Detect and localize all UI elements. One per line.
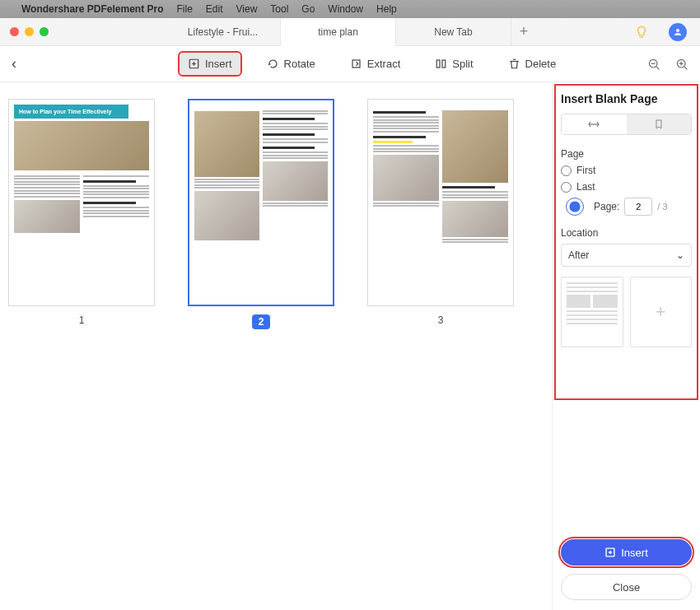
svg-rect-6 bbox=[437, 60, 441, 68]
radio-label: First bbox=[576, 165, 595, 176]
button-label: Insert bbox=[621, 547, 648, 559]
tips-icon[interactable] bbox=[634, 25, 649, 40]
page-position-radios: First Last Page: / 3 bbox=[561, 165, 692, 216]
user-avatar[interactable] bbox=[669, 23, 687, 41]
insert-button[interactable]: Insert bbox=[561, 539, 692, 566]
tab-label: Lifestyle - Frui... bbox=[188, 26, 258, 38]
svg-line-11 bbox=[656, 67, 659, 69]
menu-window[interactable]: Window bbox=[328, 3, 363, 15]
orientation-landscape[interactable] bbox=[562, 114, 627, 134]
thumb-photo bbox=[14, 121, 149, 170]
tool-label: Delete bbox=[525, 58, 557, 70]
thumb-wrap-2: 2 bbox=[188, 99, 334, 329]
page-number-2: 2 bbox=[252, 314, 271, 329]
document-tabs: Lifestyle - Frui... time plan New Tab + bbox=[166, 18, 536, 46]
zoom-in-icon[interactable] bbox=[675, 58, 688, 71]
bookmark-icon bbox=[654, 119, 664, 130]
tab-newtab[interactable]: New Tab bbox=[396, 18, 511, 46]
orientation-landscape-icon bbox=[587, 119, 600, 129]
menu-help[interactable]: Help bbox=[376, 3, 397, 15]
layout-template-add[interactable]: + bbox=[630, 277, 693, 347]
layout-templates: + bbox=[561, 277, 692, 347]
thumb-photo bbox=[442, 110, 508, 183]
plus-icon: + bbox=[656, 301, 666, 323]
page-total: / 3 bbox=[657, 202, 667, 212]
split-tool[interactable]: Split bbox=[427, 53, 481, 75]
page-thumb-3[interactable] bbox=[367, 99, 514, 306]
insert-tool[interactable]: Insert bbox=[180, 53, 240, 75]
chevron-down-icon: ⌄ bbox=[676, 249, 684, 261]
zoom-out-icon[interactable] bbox=[647, 58, 660, 71]
svg-rect-5 bbox=[352, 60, 360, 68]
close-window-icon[interactable] bbox=[10, 27, 19, 36]
button-label: Close bbox=[613, 581, 640, 594]
page-thumb-1[interactable]: How to Plan your Time Effectively bbox=[8, 99, 155, 306]
page-section-label: Page bbox=[561, 148, 692, 160]
tool-label: Rotate bbox=[284, 58, 315, 70]
tool-label: Split bbox=[452, 58, 473, 70]
radio-first[interactable]: First bbox=[561, 165, 692, 176]
menu-view[interactable]: View bbox=[236, 3, 258, 15]
rotate-tool[interactable]: Rotate bbox=[259, 53, 324, 75]
tab-label: time plan bbox=[318, 26, 358, 38]
menu-tool[interactable]: Tool bbox=[270, 3, 288, 15]
back-button[interactable]: ‹ bbox=[12, 55, 31, 72]
svg-rect-7 bbox=[442, 60, 446, 68]
panel-title: Insert Blank Page bbox=[561, 92, 692, 105]
tool-label: Insert bbox=[205, 58, 232, 70]
radio-label: Last bbox=[576, 181, 595, 193]
radio-last[interactable]: Last bbox=[561, 181, 692, 193]
mac-menubar: Wondershare PDFelement Pro File Edit Vie… bbox=[0, 0, 700, 18]
insert-blank-page-panel: Insert Blank Page Page First Last Page: … bbox=[552, 82, 700, 610]
tool-label: Extract bbox=[367, 58, 400, 70]
insert-icon bbox=[188, 58, 200, 70]
thumb-wrap-1: How to Plan your Time Effectively 1 bbox=[8, 99, 155, 326]
extract-tool[interactable]: Extract bbox=[342, 53, 408, 75]
tab-timeplan[interactable]: time plan bbox=[281, 18, 396, 46]
svg-point-1 bbox=[676, 29, 679, 32]
tool-group: Insert Rotate Extract Split Delete bbox=[180, 53, 564, 75]
banner-text: How to Plan your Time Effectively bbox=[14, 105, 128, 119]
page-number-input[interactable] bbox=[624, 198, 652, 216]
traffic-lights bbox=[0, 27, 58, 36]
minimize-window-icon[interactable] bbox=[25, 27, 34, 36]
tab-lifestyle[interactable]: Lifestyle - Frui... bbox=[166, 18, 281, 46]
page-toolbar: ‹ Insert Rotate Extract Split Delete bbox=[0, 46, 700, 82]
panel-footer: Insert Close bbox=[561, 539, 692, 600]
app-name[interactable]: Wondershare PDFelement Pro bbox=[21, 3, 164, 15]
rotate-icon bbox=[267, 58, 279, 70]
dropdown-value: After bbox=[568, 249, 589, 261]
thumb-wrap-3: 3 bbox=[367, 99, 514, 326]
trash-icon bbox=[508, 58, 520, 70]
svg-line-14 bbox=[684, 67, 687, 69]
tab-row: Lifestyle - Frui... time plan New Tab + bbox=[0, 18, 700, 46]
page-number-3: 3 bbox=[438, 314, 444, 326]
location-label: Location bbox=[561, 227, 692, 239]
split-icon bbox=[435, 58, 447, 70]
orientation-portrait[interactable] bbox=[627, 114, 692, 134]
page-thumbnails: How to Plan your Time Effectively 1 2 bbox=[0, 82, 552, 610]
radio-page[interactable]: Page: / 3 bbox=[561, 198, 692, 216]
new-tab-button[interactable]: + bbox=[511, 18, 536, 46]
insert-icon bbox=[604, 547, 616, 558]
zoom-controls bbox=[647, 58, 688, 71]
close-button[interactable]: Close bbox=[561, 574, 692, 600]
orientation-segment bbox=[561, 114, 692, 135]
tab-label: New Tab bbox=[434, 26, 472, 38]
radio-label: Page: bbox=[594, 201, 619, 212]
thumb-photo bbox=[194, 111, 259, 177]
menu-go[interactable]: Go bbox=[301, 3, 315, 15]
menu-edit[interactable]: Edit bbox=[206, 3, 223, 15]
delete-tool[interactable]: Delete bbox=[500, 53, 565, 75]
extract-icon bbox=[350, 58, 362, 70]
page-thumb-2[interactable] bbox=[188, 99, 334, 306]
maximize-window-icon[interactable] bbox=[40, 27, 49, 36]
main-area: How to Plan your Time Effectively 1 2 bbox=[0, 82, 700, 610]
page-number-1: 1 bbox=[79, 314, 85, 326]
layout-template-1[interactable] bbox=[561, 277, 623, 347]
menu-file[interactable]: File bbox=[177, 3, 193, 15]
location-dropdown[interactable]: After ⌄ bbox=[561, 244, 692, 267]
